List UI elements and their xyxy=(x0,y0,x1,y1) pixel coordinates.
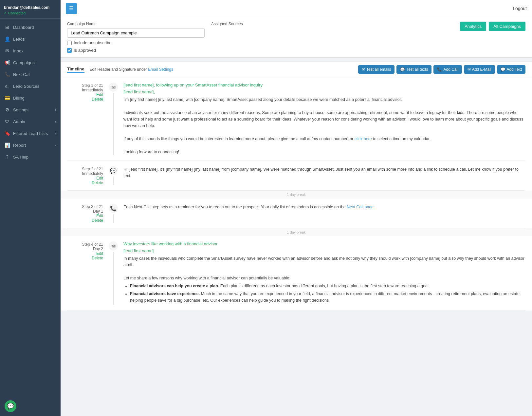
sidebar-item-admin[interactable]: 🛡 Admin ‹ xyxy=(0,116,61,127)
admin-arrow: ‹ xyxy=(55,120,56,123)
sidebar-item-dashboard[interactable]: ⊞ Dashboard xyxy=(0,21,61,33)
campaign-header: Campaign Name Assigned Sources Analytics… xyxy=(61,17,532,58)
add-email-button[interactable]: ✉ Add E-Mail xyxy=(464,65,495,74)
step-2-edit[interactable]: Edit xyxy=(67,176,103,180)
admin-icon: 🛡 xyxy=(5,119,10,124)
table-row: Step 1 of 21 Immediately Edit Delete ✉ [… xyxy=(67,77,525,161)
include-unsubscribe-label: Include unsubscribe xyxy=(74,40,112,45)
add-text-button[interactable]: 💬 Add Text xyxy=(497,65,525,74)
include-unsubscribe-row: Include unsubscribe xyxy=(67,40,525,45)
test-all-texts-button[interactable]: 💬 Test all texts xyxy=(396,65,431,74)
step-3-delete[interactable]: Delete xyxy=(67,218,103,223)
logout-button[interactable]: Logout xyxy=(513,6,527,11)
timeline-action-btns: ✉ Test all emails 💬 Test all texts 📞 Add… xyxy=(358,65,525,74)
day-break-2: 1 day break xyxy=(61,228,532,236)
include-unsubscribe-checkbox[interactable] xyxy=(67,41,72,45)
sidebar-label-report: Report xyxy=(13,143,26,148)
sidebar-label-sa-help: SA Help xyxy=(13,155,28,160)
timeline-body: Step 1 of 21 Immediately Edit Delete ✉ [… xyxy=(61,77,532,311)
campaign-name-input[interactable] xyxy=(67,28,205,38)
all-campaigns-button[interactable]: All Campaigns xyxy=(489,22,525,31)
chat-button[interactable]: 💬 xyxy=(5,400,16,412)
filtered-lists-arrow: ‹ xyxy=(55,132,56,135)
campaign-header-row: Campaign Name Assigned Sources Analytics… xyxy=(67,22,525,38)
step-1-delete[interactable]: Delete xyxy=(67,97,103,102)
dashboard-icon: ⊞ xyxy=(5,25,10,30)
sa-help-icon: ? xyxy=(5,154,10,160)
leads-icon: 👤 xyxy=(5,36,10,42)
email-settings-link[interactable]: Email Settings xyxy=(148,67,173,72)
sidebar-label-filtered-lists: Filtered Lead Lists xyxy=(13,131,48,136)
lead-sources-icon: 🏷 xyxy=(5,84,10,89)
step-4-body: In many cases the individuals who comple… xyxy=(123,255,525,304)
connection-status: ✓ Connected xyxy=(4,11,57,15)
sidebar-label-dashboard: Dashboard xyxy=(13,25,34,30)
step-4-greeting: [lead first name] xyxy=(123,248,525,253)
sidebar-footer: 💬 xyxy=(0,396,61,416)
step-3-meta: Step 3 of 21 Day 1 Edit Delete xyxy=(67,204,103,223)
day-break-1: 1 day break xyxy=(61,191,532,199)
sidebar-item-billing[interactable]: 💳 Billing xyxy=(0,92,61,104)
sidebar-item-next-call[interactable]: 📞 Next Call xyxy=(0,68,61,80)
step-3-edit[interactable]: Edit xyxy=(67,214,103,218)
filtered-lists-icon: 🔖 xyxy=(5,131,10,136)
call-step-icon: 📞 xyxy=(109,204,118,213)
step-2-content: Hi [lead first name], it's [my first nam… xyxy=(123,166,525,185)
report-arrow: ‹ xyxy=(55,143,56,147)
step-3-content: Each Next Call step acts as a reminder f… xyxy=(123,204,525,223)
analytics-button[interactable]: Analytics xyxy=(460,22,486,31)
settings-icon: ⚙ xyxy=(5,107,10,112)
assigned-sources-section: Assigned Sources xyxy=(211,22,453,28)
step-1-subject: [lead first name], following up on your … xyxy=(123,83,525,87)
step-4-content: Why investors like working with a financ… xyxy=(123,241,525,305)
sidebar-label-admin: Admin xyxy=(13,119,25,124)
is-approved-checkbox[interactable] xyxy=(67,48,72,53)
timeline-tabs: Timeline Edit Header and Signature under… xyxy=(61,62,532,77)
step-4-edit[interactable]: Edit xyxy=(67,251,103,256)
settings-arrow: ‹ xyxy=(55,108,56,112)
step-3-body: Each Next Call step acts as a reminder f… xyxy=(123,204,525,210)
step-4-meta: Step 4 of 21 Day 2 Edit Delete xyxy=(67,241,103,305)
step-1-edit[interactable]: Edit xyxy=(67,92,103,97)
sidebar-item-inbox[interactable]: ✉ Inbox xyxy=(0,45,61,57)
table-row: Step 4 of 21 Day 2 Edit Delete ✉ Why inv… xyxy=(67,236,525,311)
user-info: brendan@deftsales.com ✓ Connected xyxy=(0,0,61,19)
inbox-icon: ✉ xyxy=(5,48,10,53)
add-call-button[interactable]: 📞 Add Call xyxy=(433,65,462,74)
email-icon: ✉ xyxy=(362,67,365,72)
menu-button[interactable]: ☰ xyxy=(66,3,77,14)
sidebar-item-sa-help[interactable]: ? SA Help xyxy=(0,151,61,163)
sidebar-item-lead-sources[interactable]: 🏷 Lead Sources xyxy=(0,80,61,92)
test-all-emails-button[interactable]: ✉ Test all emails xyxy=(358,65,394,74)
sidebar-item-leads[interactable]: 👤 Leads xyxy=(0,33,61,45)
text-step-icon: 💬 xyxy=(109,166,118,175)
sidebar-item-settings[interactable]: ⚙ Settings ‹ xyxy=(0,104,61,116)
step-2-delete[interactable]: Delete xyxy=(67,180,103,185)
tab-timeline[interactable]: Timeline xyxy=(67,66,84,73)
user-email: brendan@deftsales.com xyxy=(4,5,57,10)
text-icon: 💬 xyxy=(400,67,405,72)
sidebar-item-report[interactable]: 📊 Report ‹ xyxy=(0,139,61,151)
check-icon: ✓ xyxy=(4,11,7,15)
tab-edit-text: Edit Header and Signature under Email Se… xyxy=(90,67,174,72)
billing-icon: 💳 xyxy=(5,95,10,101)
step-1-content: [lead first name], following up on your … xyxy=(123,83,525,155)
step-1-greeting: [lead first name], xyxy=(123,89,525,94)
sidebar-label-next-call: Next Call xyxy=(13,72,30,77)
table-row: Step 3 of 21 Day 1 Edit Delete 📞 Each Ne… xyxy=(67,199,525,228)
phone-icon: 📞 xyxy=(437,67,442,72)
add-text-icon: 💬 xyxy=(501,67,505,72)
step-2-meta: Step 2 of 21 Immediately Edit Delete xyxy=(67,166,103,185)
sidebar-item-campaigns[interactable]: 📢 Campaigns xyxy=(0,57,61,68)
sidebar-label-campaigns: Campaigns xyxy=(13,60,35,65)
step-1-meta: Step 1 of 21 Immediately Edit Delete xyxy=(67,83,103,155)
topbar: ☰ Logout xyxy=(61,0,532,17)
sidebar-item-filtered-lead-lists[interactable]: 🔖 Filtered Lead Lists ‹ xyxy=(0,127,61,139)
step-2-body: Hi [lead first name], it's [my first nam… xyxy=(123,166,525,179)
campaign-name-label: Campaign Name xyxy=(67,22,205,26)
report-icon: 📊 xyxy=(5,142,10,148)
step-4-delete[interactable]: Delete xyxy=(67,256,103,260)
table-row: Step 2 of 21 Immediately Edit Delete 💬 H… xyxy=(67,161,525,191)
action-buttons: Analytics All Campaigns xyxy=(460,22,525,31)
sidebar-label-inbox: Inbox xyxy=(13,48,24,53)
